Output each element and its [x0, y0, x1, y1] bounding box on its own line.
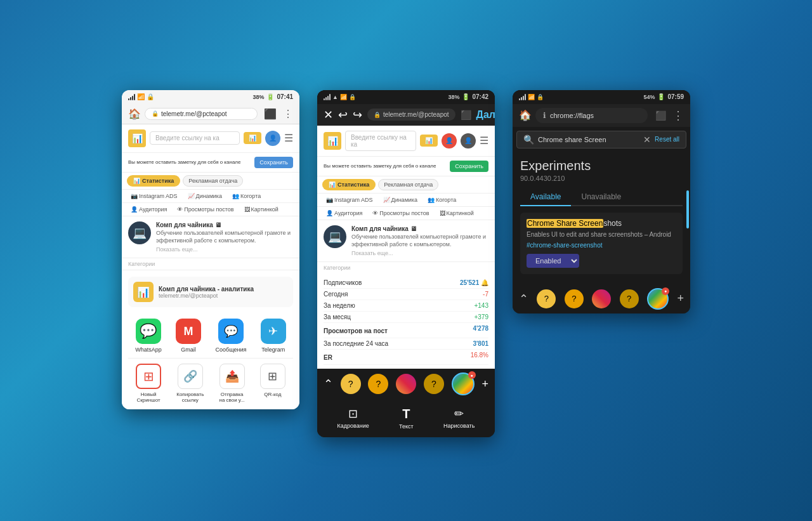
share-actions: ⊞ НовыйСкриншот 🔗 Копироватьссылку 📤 Отп…: [128, 364, 293, 403]
show-more-2[interactable]: Показать еще...: [351, 250, 488, 256]
forward-icon-2[interactable]: ↪: [353, 108, 362, 122]
categories-label-1: Категории: [122, 258, 299, 270]
subtab-image[interactable]: 🖼Картинкой: [240, 205, 282, 214]
back-icon-2[interactable]: ↩: [338, 108, 348, 122]
menu-icon[interactable]: ⋮: [283, 108, 293, 120]
chrome-url-bar[interactable]: ℹ chrome://flags: [535, 108, 648, 123]
info-icon: ℹ: [543, 111, 546, 120]
home-icon[interactable]: 🏠: [128, 108, 141, 120]
menu-icon-telemetr[interactable]: ☰: [284, 132, 293, 144]
phone1-time: 07:41: [277, 93, 293, 100]
tab-statistics-2[interactable]: 📊 Статистика: [322, 179, 376, 190]
btn-avatar-1[interactable]: 👤: [265, 131, 280, 146]
flags-search-input[interactable]: [538, 136, 639, 143]
btn-avatar-2[interactable]: 👤: [442, 133, 457, 148]
btn-stats-2[interactable]: 📊: [420, 135, 438, 147]
flags-search-bar[interactable]: 🔍 ✕ Reset all: [516, 131, 686, 148]
subtab-audience-2[interactable]: 👤Аудитория: [322, 209, 366, 218]
home-icon-3[interactable]: 🏠: [519, 109, 532, 121]
copy-link-label: Копироватьссылку: [176, 392, 204, 403]
expand-btn-3[interactable]: +: [677, 292, 684, 305]
tabs-icon-2[interactable]: ⬛: [461, 110, 471, 120]
tab-ad-return[interactable]: Рекламная отдача: [183, 175, 243, 187]
edit-tab-crop[interactable]: ⊡ Кадрование: [337, 407, 369, 430]
subtab-instagram-2[interactable]: 📷Instagram ADS: [322, 195, 377, 204]
share-app-messages[interactable]: 💬 Сообщения: [216, 319, 247, 353]
subtab-audience[interactable]: 👤Аудитория: [127, 205, 171, 214]
save-banner-2: Вы можете оставить заметку для себя о ка…: [317, 157, 495, 176]
show-more-1[interactable]: Показать еще...: [156, 246, 293, 253]
dalée-btn[interactable]: Далее: [476, 109, 495, 121]
action-qr[interactable]: ⊞ QR-код: [260, 364, 285, 403]
btn-stats-1[interactable]: 📊: [244, 132, 261, 144]
tab-ad-return-2[interactable]: Рекламная отдача: [378, 179, 438, 190]
icon-q2[interactable]: ?: [368, 374, 388, 394]
action-screenshot[interactable]: ⊞ НовыйСкриншот: [136, 364, 161, 403]
tab-statistics[interactable]: 📊 Статистика: [127, 175, 180, 187]
draw-icon: ✏: [454, 407, 464, 421]
chrome-tabs-icon[interactable]: ⬛: [655, 110, 666, 121]
icon-q4[interactable]: ?: [537, 289, 556, 308]
icon-q1[interactable]: ?: [341, 374, 361, 394]
subtab-views[interactable]: 👁Просмотры постов: [173, 205, 237, 214]
share-app-telegram[interactable]: ✈ Telegram: [261, 319, 286, 353]
subtab-image-2[interactable]: 🖼Картинкой: [436, 209, 478, 218]
icon-chrome-active[interactable]: ●: [452, 373, 475, 395]
edit-tab-draw[interactable]: ✏ Нарисовать: [443, 407, 475, 430]
subtab-dynamics[interactable]: 📈Динамика: [184, 192, 226, 201]
url-bar-1[interactable]: 🔒 telemetr.me/@pcteapot: [145, 108, 258, 120]
btn-profile-2[interactable]: 👤: [461, 133, 476, 148]
categories-label-2: Категории: [317, 262, 495, 274]
signal-bars-1: [128, 94, 135, 100]
icon-instagram[interactable]: [396, 374, 416, 394]
stats-week-row: За неделю +143: [324, 300, 488, 312]
collapse-btn[interactable]: ⌃: [324, 377, 333, 391]
reset-all-btn[interactable]: Reset all: [655, 136, 679, 143]
expand-btn[interactable]: +: [481, 378, 488, 391]
clear-search-icon[interactable]: ✕: [643, 135, 651, 145]
telemetr-search-2[interactable]: Введите ссылку на ка: [345, 131, 416, 151]
dark-url-bar-2[interactable]: 🔒 telemetr.me/@pcteapot: [367, 109, 455, 121]
subtab-cohort[interactable]: 👥Когорта: [228, 192, 265, 201]
action-copy-link[interactable]: 🔗 Копироватьссылку: [176, 364, 204, 403]
flag-link[interactable]: #chrome-share-screenshot: [527, 242, 676, 249]
tab-unavailable[interactable]: Unavailable: [571, 188, 631, 205]
tabs-icon[interactable]: ⬛: [264, 108, 277, 120]
qr-icon: ⊞: [260, 364, 285, 389]
draw-label: Нарисовать: [443, 423, 475, 429]
save-btn-1[interactable]: Сохранить: [254, 157, 293, 168]
last24-value: 3'801: [473, 340, 488, 347]
share-icon: 📊: [133, 282, 154, 302]
channel-desc-1: Обучение пользователей компьютерной грам…: [156, 230, 293, 244]
icon-q3[interactable]: ?: [424, 374, 444, 394]
tab-available[interactable]: Available: [520, 188, 571, 206]
action-send-devices[interactable]: 📤 Отправкана свои у...: [219, 364, 244, 403]
close-icon-2[interactable]: ✕: [324, 108, 333, 122]
telemetr-logo-2: 📊: [324, 132, 341, 150]
subtab-views-2[interactable]: 👁Просмотры постов: [369, 209, 433, 218]
save-btn-2[interactable]: Сохранить: [450, 161, 488, 172]
share-app-whatsapp[interactable]: 💬 WhatsApp: [135, 319, 162, 353]
icon-chrome-3[interactable]: ●: [647, 288, 669, 310]
send-devices-icon: 📤: [219, 364, 245, 389]
collapse-btn-3[interactable]: ⌃: [519, 292, 528, 306]
subscribers-value: 25'521 🔔: [460, 279, 488, 286]
flag-select-enabled[interactable]: Enabled Default Disabled: [527, 254, 579, 268]
subtab-instagram[interactable]: 📷Instagram ADS: [127, 192, 181, 201]
icon-instagram-3[interactable]: [592, 289, 611, 308]
phone1-battery: 38%: [252, 94, 264, 100]
edit-toolbar: ⊡ Кадрование T Текст ✏ Нарисовать: [317, 399, 495, 437]
menu-icon-2[interactable]: ☰: [480, 135, 488, 147]
stats-last24-row: За последние 24 часа 3'801: [324, 338, 488, 350]
chrome-menu-icon[interactable]: ⋮: [672, 109, 684, 122]
telemetr-search-1[interactable]: Введите ссылку на ка: [150, 131, 240, 145]
icon-q6[interactable]: ?: [620, 289, 639, 308]
icon-q5[interactable]: ?: [565, 289, 584, 308]
subtab-row-2: 👤Аудитория 👁Просмотры постов 🖼Картинкой: [122, 203, 299, 216]
phone1-signal: 📶 🔒: [128, 93, 154, 100]
subtab-cohort-2[interactable]: 👥Когорта: [424, 195, 460, 204]
edit-tab-text[interactable]: T Текст: [399, 407, 414, 430]
er-label: ER: [324, 352, 332, 362]
share-app-gmail[interactable]: M Gmail: [176, 319, 201, 353]
subtab-dynamics-2[interactable]: 📈Динамика: [379, 195, 421, 204]
